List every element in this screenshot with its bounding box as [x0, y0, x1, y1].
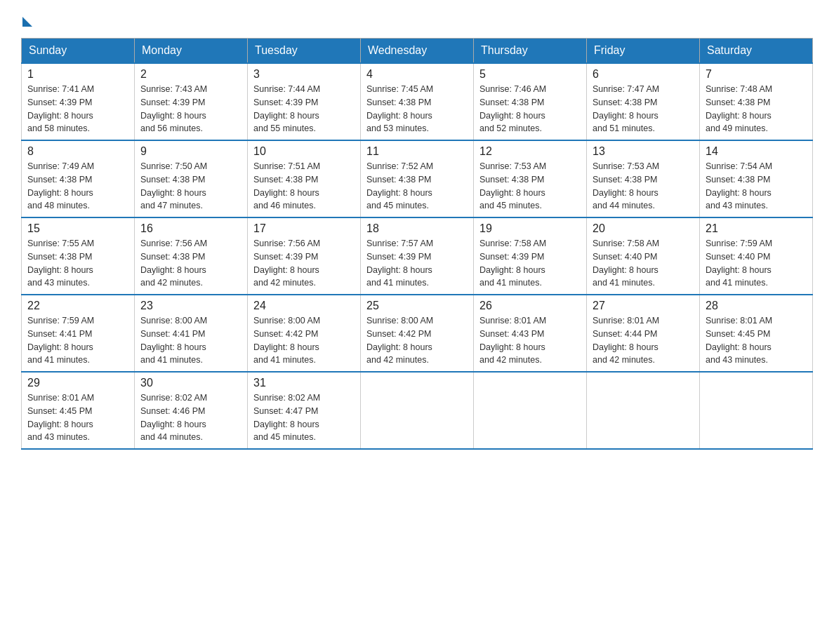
- day-cell-9: 9Sunrise: 7:50 AMSunset: 4:38 PMDaylight…: [135, 140, 248, 217]
- day-cell-29: 29Sunrise: 8:01 AMSunset: 4:45 PMDayligh…: [22, 372, 135, 449]
- day-number: 16: [140, 222, 241, 235]
- day-cell-23: 23Sunrise: 8:00 AMSunset: 4:41 PMDayligh…: [135, 295, 248, 372]
- day-number: 28: [706, 300, 807, 312]
- day-info: Sunrise: 8:01 AMSunset: 4:45 PMDaylight:…: [706, 314, 807, 367]
- weekday-header-tuesday: Tuesday: [248, 39, 361, 64]
- day-cell-31: 31Sunrise: 8:02 AMSunset: 4:47 PMDayligh…: [248, 372, 361, 449]
- day-info: Sunrise: 7:58 AMSunset: 4:40 PMDaylight:…: [593, 237, 694, 290]
- week-row-4: 22Sunrise: 7:59 AMSunset: 4:41 PMDayligh…: [22, 295, 813, 372]
- weekday-header-saturday: Saturday: [700, 39, 813, 64]
- day-cell-22: 22Sunrise: 7:59 AMSunset: 4:41 PMDayligh…: [22, 295, 135, 372]
- day-number: 2: [140, 68, 241, 81]
- day-info: Sunrise: 7:56 AMSunset: 4:38 PMDaylight:…: [140, 237, 241, 290]
- day-number: 19: [479, 222, 581, 235]
- day-cell-16: 16Sunrise: 7:56 AMSunset: 4:38 PMDayligh…: [135, 217, 248, 295]
- day-info: Sunrise: 7:59 AMSunset: 4:41 PMDaylight:…: [27, 314, 128, 367]
- day-info: Sunrise: 8:01 AMSunset: 4:45 PMDaylight:…: [27, 391, 128, 444]
- day-number: 11: [366, 145, 468, 158]
- day-info: Sunrise: 8:00 AMSunset: 4:41 PMDaylight:…: [140, 314, 241, 367]
- day-cell-28: 28Sunrise: 8:01 AMSunset: 4:45 PMDayligh…: [700, 295, 813, 372]
- day-number: 17: [253, 222, 355, 235]
- day-number: 25: [366, 300, 468, 312]
- day-cell-2: 2Sunrise: 7:43 AMSunset: 4:39 PMDaylight…: [135, 63, 248, 140]
- logo-arrow-icon: [22, 17, 32, 27]
- day-number: 4: [366, 68, 468, 81]
- day-cell-13: 13Sunrise: 7:53 AMSunset: 4:38 PMDayligh…: [587, 140, 700, 217]
- day-cell-12: 12Sunrise: 7:53 AMSunset: 4:38 PMDayligh…: [474, 140, 587, 217]
- day-number: 23: [140, 300, 241, 312]
- day-cell-1: 1Sunrise: 7:41 AMSunset: 4:39 PMDaylight…: [22, 63, 135, 140]
- day-info: Sunrise: 7:56 AMSunset: 4:39 PMDaylight:…: [253, 237, 355, 290]
- day-cell-17: 17Sunrise: 7:56 AMSunset: 4:39 PMDayligh…: [248, 217, 361, 295]
- day-info: Sunrise: 7:52 AMSunset: 4:38 PMDaylight:…: [366, 160, 468, 213]
- empty-cell: [474, 372, 587, 449]
- day-cell-6: 6Sunrise: 7:47 AMSunset: 4:38 PMDaylight…: [587, 63, 700, 140]
- day-info: Sunrise: 8:01 AMSunset: 4:44 PMDaylight:…: [593, 314, 694, 367]
- day-info: Sunrise: 7:47 AMSunset: 4:38 PMDaylight:…: [593, 83, 694, 135]
- day-number: 14: [706, 145, 807, 158]
- day-cell-11: 11Sunrise: 7:52 AMSunset: 4:38 PMDayligh…: [361, 140, 474, 217]
- day-info: Sunrise: 7:53 AMSunset: 4:38 PMDaylight:…: [479, 160, 581, 213]
- day-number: 22: [27, 300, 128, 312]
- logo: [21, 14, 32, 25]
- weekday-header-sunday: Sunday: [22, 39, 135, 64]
- day-info: Sunrise: 7:43 AMSunset: 4:39 PMDaylight:…: [140, 83, 241, 135]
- day-info: Sunrise: 7:53 AMSunset: 4:38 PMDaylight:…: [593, 160, 694, 213]
- day-number: 3: [253, 68, 355, 81]
- day-number: 12: [479, 145, 581, 158]
- day-cell-26: 26Sunrise: 8:01 AMSunset: 4:43 PMDayligh…: [474, 295, 587, 372]
- day-info: Sunrise: 7:55 AMSunset: 4:38 PMDaylight:…: [27, 237, 128, 290]
- day-cell-25: 25Sunrise: 8:00 AMSunset: 4:42 PMDayligh…: [361, 295, 474, 372]
- day-number: 1: [27, 68, 128, 81]
- day-cell-19: 19Sunrise: 7:58 AMSunset: 4:39 PMDayligh…: [474, 217, 587, 295]
- day-number: 5: [479, 68, 581, 81]
- day-cell-15: 15Sunrise: 7:55 AMSunset: 4:38 PMDayligh…: [22, 217, 135, 295]
- day-info: Sunrise: 7:46 AMSunset: 4:38 PMDaylight:…: [479, 83, 581, 135]
- weekday-header-friday: Friday: [587, 39, 700, 64]
- week-row-3: 15Sunrise: 7:55 AMSunset: 4:38 PMDayligh…: [22, 217, 813, 295]
- day-number: 10: [253, 145, 355, 158]
- day-number: 26: [479, 300, 581, 312]
- day-info: Sunrise: 8:02 AMSunset: 4:47 PMDaylight:…: [253, 391, 355, 444]
- empty-cell: [361, 372, 474, 449]
- weekday-header-row: SundayMondayTuesdayWednesdayThursdayFrid…: [22, 39, 813, 64]
- day-number: 31: [253, 377, 355, 389]
- day-cell-4: 4Sunrise: 7:45 AMSunset: 4:38 PMDaylight…: [361, 63, 474, 140]
- day-cell-7: 7Sunrise: 7:48 AMSunset: 4:38 PMDaylight…: [700, 63, 813, 140]
- day-info: Sunrise: 7:41 AMSunset: 4:39 PMDaylight:…: [27, 83, 128, 135]
- week-row-2: 8Sunrise: 7:49 AMSunset: 4:38 PMDaylight…: [22, 140, 813, 217]
- day-info: Sunrise: 7:59 AMSunset: 4:40 PMDaylight:…: [706, 237, 807, 290]
- day-cell-20: 20Sunrise: 7:58 AMSunset: 4:40 PMDayligh…: [587, 217, 700, 295]
- weekday-header-wednesday: Wednesday: [361, 39, 474, 64]
- calendar-table: SundayMondayTuesdayWednesdayThursdayFrid…: [21, 38, 813, 450]
- week-row-1: 1Sunrise: 7:41 AMSunset: 4:39 PMDaylight…: [22, 63, 813, 140]
- day-number: 8: [27, 145, 128, 158]
- day-number: 7: [706, 68, 807, 81]
- day-cell-27: 27Sunrise: 8:01 AMSunset: 4:44 PMDayligh…: [587, 295, 700, 372]
- empty-cell: [587, 372, 700, 449]
- day-info: Sunrise: 7:54 AMSunset: 4:38 PMDaylight:…: [706, 160, 807, 213]
- day-info: Sunrise: 7:51 AMSunset: 4:38 PMDaylight:…: [253, 160, 355, 213]
- day-cell-8: 8Sunrise: 7:49 AMSunset: 4:38 PMDaylight…: [22, 140, 135, 217]
- week-row-5: 29Sunrise: 8:01 AMSunset: 4:45 PMDayligh…: [22, 372, 813, 449]
- day-cell-24: 24Sunrise: 8:00 AMSunset: 4:42 PMDayligh…: [248, 295, 361, 372]
- day-number: 6: [593, 68, 694, 81]
- day-info: Sunrise: 7:49 AMSunset: 4:38 PMDaylight:…: [27, 160, 128, 213]
- day-info: Sunrise: 8:01 AMSunset: 4:43 PMDaylight:…: [479, 314, 581, 367]
- day-cell-21: 21Sunrise: 7:59 AMSunset: 4:40 PMDayligh…: [700, 217, 813, 295]
- day-number: 9: [140, 145, 241, 158]
- day-cell-10: 10Sunrise: 7:51 AMSunset: 4:38 PMDayligh…: [248, 140, 361, 217]
- day-number: 13: [593, 145, 694, 158]
- day-number: 18: [366, 222, 468, 235]
- day-cell-18: 18Sunrise: 7:57 AMSunset: 4:39 PMDayligh…: [361, 217, 474, 295]
- day-info: Sunrise: 7:44 AMSunset: 4:39 PMDaylight:…: [253, 83, 355, 135]
- weekday-header-thursday: Thursday: [474, 39, 587, 64]
- day-number: 20: [593, 222, 694, 235]
- day-number: 29: [27, 377, 128, 389]
- day-info: Sunrise: 7:45 AMSunset: 4:38 PMDaylight:…: [366, 83, 468, 135]
- day-cell-3: 3Sunrise: 7:44 AMSunset: 4:39 PMDaylight…: [248, 63, 361, 140]
- page-header: [21, 14, 813, 25]
- day-number: 27: [593, 300, 694, 312]
- day-number: 15: [27, 222, 128, 235]
- day-info: Sunrise: 7:57 AMSunset: 4:39 PMDaylight:…: [366, 237, 468, 290]
